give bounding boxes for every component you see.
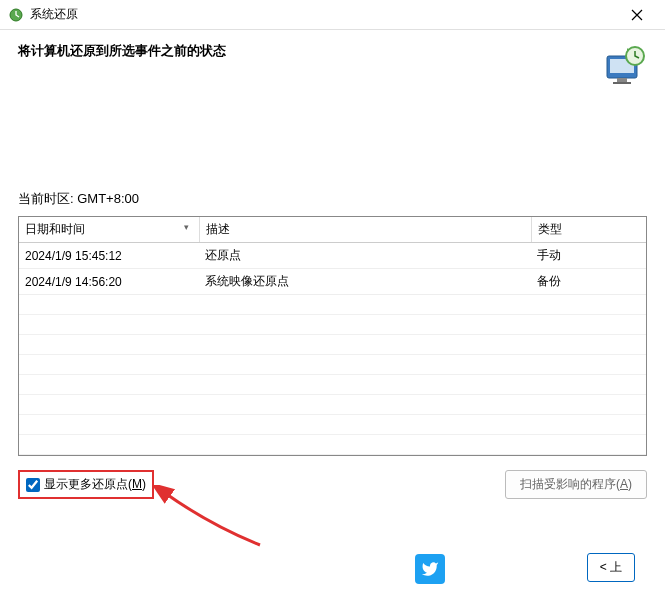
window-title: 系统还原 — [30, 6, 617, 23]
show-more-restore-points-checkbox[interactable]: 显示更多还原点(M) — [18, 470, 154, 499]
col-header-date-label: 日期和时间 — [25, 222, 85, 236]
header-row: 将计算机还原到所选事件之前的状态 — [0, 30, 665, 90]
cell-type: 手动 — [531, 243, 646, 269]
table-row[interactable]: 2024/1/9 14:56:20 系统映像还原点 备份 — [19, 269, 646, 295]
show-more-label: 显示更多还原点(M) — [44, 476, 146, 493]
close-icon — [631, 9, 643, 21]
cell-desc: 系统映像还原点 — [199, 269, 531, 295]
table-row-empty — [19, 375, 646, 395]
system-restore-icon — [599, 42, 647, 90]
svg-rect-3 — [617, 78, 627, 82]
table-row[interactable]: 2024/1/9 15:45:12 还原点 手动 — [19, 243, 646, 269]
restore-points-table: 日期和时间 ▾ 描述 类型 2024/1/9 15:45:12 还原点 手动 2… — [18, 216, 647, 456]
cell-desc: 还原点 — [199, 243, 531, 269]
show-more-checkbox-input[interactable] — [26, 478, 40, 492]
titlebar: 系统还原 — [0, 0, 665, 30]
cell-date: 2024/1/9 14:56:20 — [19, 269, 199, 295]
table-row-empty — [19, 295, 646, 315]
cell-type: 备份 — [531, 269, 646, 295]
twitter-icon — [415, 554, 445, 584]
col-header-date[interactable]: 日期和时间 ▾ — [19, 217, 199, 243]
svg-rect-4 — [613, 82, 631, 84]
table-row-empty — [19, 415, 646, 435]
table-row-empty — [19, 355, 646, 375]
col-header-desc[interactable]: 描述 — [199, 217, 531, 243]
col-header-type[interactable]: 类型 — [531, 217, 646, 243]
page-subtitle: 将计算机还原到所选事件之前的状态 — [18, 42, 599, 60]
restore-icon — [8, 7, 24, 23]
table-row-empty — [19, 335, 646, 355]
close-button[interactable] — [617, 1, 657, 29]
table-row-empty — [19, 315, 646, 335]
timezone-label: 当前时区: GMT+8:00 — [0, 190, 665, 216]
table-row-empty — [19, 395, 646, 415]
table-row-empty — [19, 435, 646, 455]
cell-date: 2024/1/9 15:45:12 — [19, 243, 199, 269]
back-button[interactable]: < 上 — [587, 553, 635, 582]
sort-indicator-icon: ▾ — [184, 222, 189, 232]
scan-affected-programs-button[interactable]: 扫描受影响的程序(A) — [505, 470, 647, 499]
options-row: 显示更多还原点(M) 扫描受影响的程序(A) — [0, 456, 665, 499]
wizard-nav: < 上 — [587, 553, 635, 582]
table-header-row: 日期和时间 ▾ 描述 类型 — [19, 217, 646, 243]
